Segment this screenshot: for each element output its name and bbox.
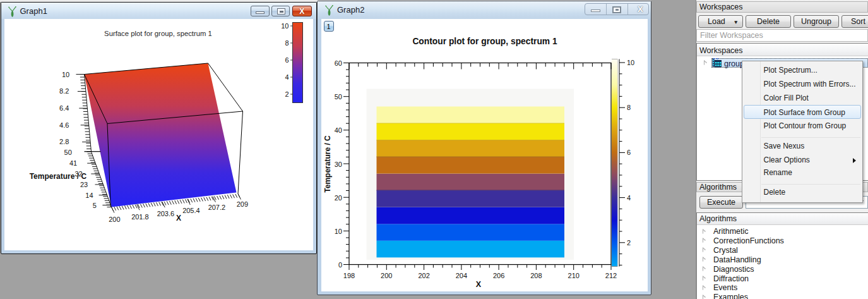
svg-text:10: 10 [281,22,288,30]
svg-text:10: 10 [627,59,634,66]
svg-text:8: 8 [285,39,288,47]
svg-text:204: 204 [455,272,467,279]
svg-text:201.8: 201.8 [131,212,149,220]
svg-text:206: 206 [492,272,504,279]
svg-text:203.6: 203.6 [157,209,175,217]
svg-text:Surface plot for group, spectr: Surface plot for group, spectrum 1 [104,29,212,37]
svg-text:Temperature / C: Temperature / C [30,172,87,181]
svg-text:207.2: 207.2 [208,203,226,211]
svg-text:X: X [176,214,181,223]
svg-text:205.4: 205.4 [182,206,200,214]
svg-text:6: 6 [627,149,631,156]
svg-text:Temperature / C: Temperature / C [323,135,332,193]
svg-text:60: 60 [334,59,342,67]
svg-text:50: 50 [334,93,342,101]
svg-text:30: 30 [334,161,342,168]
svg-text:8.2: 8.2 [59,87,69,95]
svg-text:41: 41 [69,159,77,167]
svg-text:2: 2 [285,90,288,98]
svg-text:200: 200 [109,216,120,223]
svg-text:23: 23 [80,180,88,188]
svg-text:20: 20 [334,194,342,202]
svg-text:14: 14 [85,191,93,198]
svg-text:2.8: 2.8 [59,138,69,145]
svg-text:8: 8 [627,104,631,111]
svg-text:X: X [475,280,481,289]
svg-text:0: 0 [338,261,342,269]
svg-text:210: 210 [568,272,579,279]
svg-text:50: 50 [64,149,72,156]
svg-text:4.6: 4.6 [59,121,69,128]
svg-text:6.4: 6.4 [59,104,69,112]
svg-text:2: 2 [627,239,631,247]
svg-text:6: 6 [285,56,288,64]
svg-text:5: 5 [93,202,97,209]
svg-text:200: 200 [381,272,392,279]
svg-text:208: 208 [530,272,542,279]
svg-text:10: 10 [334,228,342,235]
svg-text:4: 4 [285,73,288,81]
svg-text:209: 209 [237,200,248,208]
svg-text:40: 40 [334,126,342,134]
svg-text:4: 4 [627,194,631,202]
svg-text:Contour plot for group, spectr: Contour plot for group, spectrum 1 [412,37,557,46]
svg-text:198: 198 [343,272,354,279]
svg-text:10: 10 [62,70,69,78]
svg-text:212: 212 [605,272,616,279]
svg-text:202: 202 [418,272,429,279]
